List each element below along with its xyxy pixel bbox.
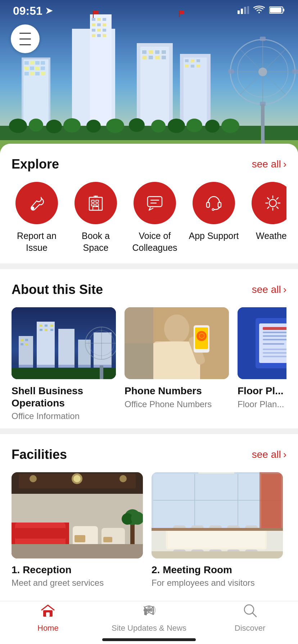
facilities-header: Facilities see all › — [12, 447, 286, 462]
svg-rect-119 — [40, 325, 42, 327]
svg-rect-17 — [41, 66, 45, 70]
svg-rect-165 — [12, 544, 143, 558]
home-nav-label: Home — [37, 624, 59, 633]
svg-rect-31 — [97, 29, 101, 32]
svg-point-63 — [168, 119, 185, 133]
svg-rect-93 — [148, 197, 162, 207]
svg-rect-33 — [92, 34, 95, 37]
svg-rect-38 — [142, 50, 146, 54]
floor-card-image — [238, 307, 286, 379]
sun-icon — [263, 194, 282, 212]
svg-rect-21 — [41, 72, 45, 75]
svg-rect-193 — [152, 551, 283, 558]
home-indicator — [102, 638, 196, 641]
status-icons — [238, 5, 285, 17]
explore-section: Explore see all › Report an Issue — [0, 144, 298, 263]
meeting-room-number: 2. Meeting Room — [152, 564, 232, 576]
svg-rect-15 — [30, 66, 34, 70]
svg-point-55 — [9, 119, 27, 133]
nav-item-home[interactable]: Home — [15, 604, 80, 633]
explore-item-book-space[interactable]: Book a Space — [71, 182, 121, 253]
book-space-label: Book a Space — [71, 230, 121, 253]
svg-rect-77 — [228, 69, 234, 74]
floor-card-title: Floor Pl... — [238, 385, 286, 397]
explore-item-weather[interactable]: Weather — [248, 182, 286, 253]
facility-card-meeting-room[interactable]: 2. Meeting Room For employees and visito… — [152, 472, 283, 588]
svg-rect-28 — [97, 23, 101, 26]
phone-card-title: Phone Numbers — [125, 385, 229, 397]
svg-rect-151 — [263, 352, 286, 354]
floor-card-bg — [238, 307, 286, 379]
svg-rect-147 — [263, 335, 286, 337]
svg-rect-13 — [41, 61, 45, 65]
facilities-see-all[interactable]: see all › — [252, 449, 286, 460]
reception-card-bg — [12, 472, 143, 558]
svg-rect-35 — [103, 34, 106, 37]
divider-1 — [0, 263, 298, 269]
svg-rect-87 — [96, 200, 99, 202]
home-icon — [40, 604, 55, 621]
svg-rect-40 — [155, 50, 159, 54]
city-svg — [12, 307, 116, 379]
about-site-cards[interactable]: Shell Business Operations Office Informa… — [12, 307, 286, 421]
svg-point-164 — [73, 475, 81, 482]
svg-rect-52 — [191, 65, 194, 68]
svg-rect-78 — [292, 69, 298, 74]
nav-item-discover[interactable]: Discover — [218, 604, 283, 633]
explore-see-all[interactable]: see all › — [252, 158, 286, 170]
svg-rect-79 — [261, 104, 265, 144]
voice-colleagues-icon-circle — [134, 182, 176, 224]
reception-card-sub: Meet and greet services — [12, 578, 143, 588]
menu-button[interactable] — [11, 24, 40, 53]
svg-rect-53 — [197, 65, 200, 68]
site-card-floor[interactable]: Floor Pl... Floor Plan... — [238, 307, 286, 421]
about-site-section: About this Site see all › — [0, 269, 298, 428]
svg-rect-27 — [92, 23, 95, 26]
site-card-phone[interactable]: ⬡ Phone Numbers Office Phone Numbers — [125, 307, 229, 421]
svg-rect-96 — [207, 202, 209, 207]
svg-rect-45 — [162, 56, 166, 59]
bottom-navigation: Home Site Updates & News Discov — [0, 601, 298, 644]
svg-rect-116 — [25, 339, 28, 341]
svg-rect-88 — [91, 204, 94, 206]
svg-rect-75 — [260, 37, 266, 41]
svg-rect-198 — [147, 609, 153, 612]
svg-line-201 — [253, 613, 256, 617]
headset-icon — [204, 194, 223, 212]
svg-rect-19 — [30, 72, 34, 75]
floor-card-sub: Floor Plan... — [238, 399, 286, 409]
svg-rect-199 — [145, 612, 147, 615]
svg-rect-43 — [149, 56, 153, 59]
site-card-shell[interactable]: Shell Business Operations Office Informa… — [12, 307, 116, 421]
about-site-see-all[interactable]: see all › — [252, 284, 286, 295]
svg-point-57 — [46, 120, 62, 133]
nav-item-site-updates[interactable]: Site Updates & News — [112, 604, 186, 633]
meeting-svg — [152, 472, 283, 558]
svg-rect-44 — [155, 56, 159, 59]
svg-rect-121 — [50, 325, 53, 327]
svg-point-170 — [30, 475, 37, 482]
chat-icon — [145, 194, 164, 212]
meeting-card-sub: For employees and visitors — [152, 578, 283, 588]
svg-text:⬡: ⬡ — [199, 332, 205, 340]
explore-item-report-issue[interactable]: Report an Issue — [12, 182, 62, 253]
svg-rect-16 — [35, 66, 40, 70]
svg-point-64 — [186, 119, 202, 132]
svg-rect-117 — [21, 343, 23, 345]
svg-rect-32 — [103, 29, 106, 32]
phone-card-image: ⬡ — [125, 307, 229, 379]
facility-card-reception[interactable]: 1. Reception Meet and greet services — [12, 472, 143, 588]
svg-rect-152 — [263, 356, 286, 357]
building-icon — [86, 194, 105, 212]
explore-scroll-container[interactable]: Report an Issue Book a Spa — [12, 182, 286, 256]
svg-rect-18 — [24, 72, 29, 75]
svg-point-133 — [164, 314, 189, 343]
explore-item-app-support[interactable]: App Support — [189, 182, 239, 253]
explore-item-voice-colleagues[interactable]: Voice of Colleagues — [130, 182, 180, 253]
facilities-cards[interactable]: 1. Reception Meet and greet services — [12, 472, 286, 588]
battery-icon — [269, 5, 285, 17]
divider-2 — [0, 428, 298, 434]
weather-label: Weather — [256, 230, 286, 242]
svg-rect-158 — [15, 528, 66, 539]
svg-rect-179 — [168, 529, 265, 548]
